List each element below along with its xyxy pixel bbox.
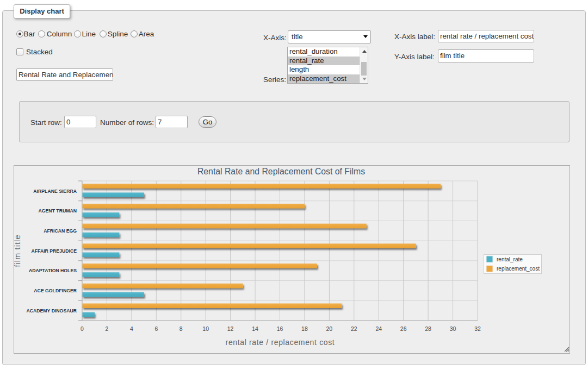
svg-text:20: 20 (326, 325, 333, 332)
svg-text:rental_rate: rental_rate (497, 256, 523, 262)
svg-text:film title: film title (14, 234, 22, 267)
svg-text:ACADEMY DINOSAUR: ACADEMY DINOSAUR (26, 308, 77, 313)
svg-text:18: 18 (301, 325, 308, 332)
svg-text:AIRPLANE SIERRA: AIRPLANE SIERRA (33, 189, 77, 194)
svg-text:26: 26 (400, 325, 407, 332)
svg-text:ADAPTATION HOLES: ADAPTATION HOLES (29, 268, 77, 273)
svg-text:10: 10 (202, 325, 209, 332)
svg-text:4: 4 (130, 325, 133, 332)
svg-text:AFFAIR PREJUDICE: AFFAIR PREJUDICE (31, 248, 77, 254)
svg-text:rental rate / replacement cost: rental rate / replacement cost (226, 338, 335, 347)
svg-text:Rental Rate and Replacement Co: Rental Rate and Replacement Cost of Film… (197, 167, 365, 176)
svg-text:AFRICAN EGG: AFRICAN EGG (44, 228, 77, 234)
svg-text:ACE GOLDFINGER: ACE GOLDFINGER (34, 288, 77, 293)
svg-text:32: 32 (474, 325, 481, 332)
svg-text:0: 0 (81, 325, 84, 332)
svg-text:6: 6 (154, 325, 158, 332)
svg-text:replacement_cost: replacement_cost (497, 266, 540, 272)
svg-text:22: 22 (351, 325, 357, 332)
svg-text:AGENT TRUMAN: AGENT TRUMAN (39, 208, 77, 214)
svg-text:8: 8 (180, 325, 183, 332)
svg-text:12: 12 (227, 325, 234, 332)
svg-text:14: 14 (252, 325, 258, 332)
svg-text:16: 16 (277, 325, 283, 332)
svg-text:24: 24 (375, 325, 382, 332)
svg-text:28: 28 (425, 325, 431, 332)
svg-text:30: 30 (450, 325, 456, 332)
svg-text:2: 2 (106, 325, 109, 332)
